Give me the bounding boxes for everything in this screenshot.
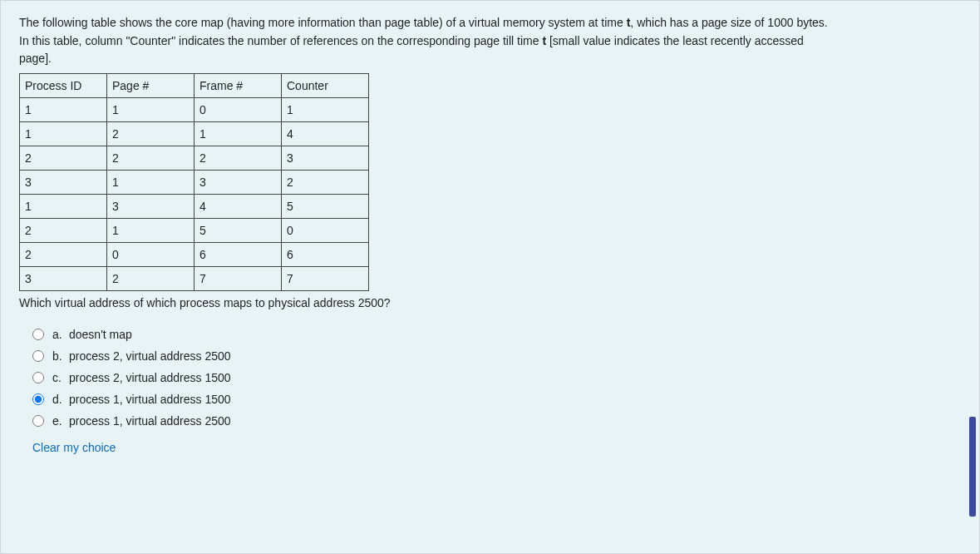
cell: 0 xyxy=(195,98,282,122)
cell: 2 xyxy=(20,146,107,171)
clear-choice-link[interactable]: Clear my choice xyxy=(32,441,116,454)
col-header: Counter xyxy=(282,74,369,98)
intro-text: page]. xyxy=(19,52,52,65)
cell: 1 xyxy=(20,122,107,146)
option-letter: d. xyxy=(52,393,69,406)
answer-options: a. doesn't map b. process 2, virtual add… xyxy=(32,328,961,428)
intro-text: [small value indicates the least recentl… xyxy=(546,34,804,47)
question-text: Which virtual address of which process m… xyxy=(19,296,961,309)
option-letter: c. xyxy=(52,371,69,384)
cell: 2 xyxy=(282,171,369,195)
option-a[interactable]: a. doesn't map xyxy=(32,328,961,341)
table-row: 2 1 5 0 xyxy=(20,219,369,243)
cell: 7 xyxy=(282,267,369,291)
cell: 2 xyxy=(107,146,195,171)
cell: 6 xyxy=(282,243,369,267)
cell: 3 xyxy=(20,171,107,195)
option-text: process 2, virtual address 2500 xyxy=(69,349,231,363)
cell: 1 xyxy=(20,98,107,122)
option-e[interactable]: e. process 1, virtual address 2500 xyxy=(32,414,961,428)
core-map-table: Process ID Page # Frame # Counter 1 1 0 … xyxy=(19,73,369,291)
cell: 1 xyxy=(107,219,195,243)
intro-text: , which has a page size of 1000 bytes. xyxy=(630,16,827,29)
radio-a[interactable] xyxy=(32,329,44,340)
table-row: 3 1 3 2 xyxy=(20,171,369,195)
radio-b[interactable] xyxy=(32,350,44,362)
cell: 5 xyxy=(195,219,282,243)
cell: 1 xyxy=(282,98,369,122)
intro-text: In this table, column "Counter" indicate… xyxy=(19,34,542,47)
radio-d[interactable] xyxy=(32,393,44,405)
table-row: 3 2 7 7 xyxy=(20,267,369,291)
table-row: 2 2 2 3 xyxy=(20,146,369,171)
option-letter: a. xyxy=(52,328,69,341)
cell: 3 xyxy=(195,171,282,195)
intro-text: The following table shows the core map (… xyxy=(19,16,627,29)
option-text: doesn't map xyxy=(69,328,132,341)
radio-e[interactable] xyxy=(32,415,44,427)
option-text: process 2, virtual address 1500 xyxy=(69,371,231,384)
cell: 1 xyxy=(195,122,282,146)
option-c[interactable]: c. process 2, virtual address 1500 xyxy=(32,371,961,384)
cell: 2 xyxy=(195,146,282,171)
option-b[interactable]: b. process 2, virtual address 2500 xyxy=(32,349,961,363)
cell: 3 xyxy=(20,267,107,291)
cell: 0 xyxy=(282,219,369,243)
table-row: 1 3 4 5 xyxy=(20,195,369,219)
cell: 6 xyxy=(195,243,282,267)
option-text: process 1, virtual address 2500 xyxy=(69,414,231,428)
option-text: process 1, virtual address 1500 xyxy=(69,393,231,406)
table-row: 2 0 6 6 xyxy=(20,243,369,267)
option-letter: b. xyxy=(52,349,69,363)
table-row: 1 1 0 1 xyxy=(20,98,369,122)
col-header: Page # xyxy=(107,74,195,98)
col-header: Process ID xyxy=(20,74,107,98)
question-panel: The following table shows the core map (… xyxy=(0,0,980,554)
cell: 1 xyxy=(107,98,195,122)
col-header: Frame # xyxy=(195,74,282,98)
radio-c[interactable] xyxy=(32,372,44,383)
cell: 3 xyxy=(107,195,195,219)
cell: 5 xyxy=(282,195,369,219)
table-row: 1 2 1 4 xyxy=(20,122,369,146)
cell: 3 xyxy=(282,146,369,171)
table-header-row: Process ID Page # Frame # Counter xyxy=(20,74,369,98)
cell: 2 xyxy=(107,267,195,291)
cell: 1 xyxy=(107,171,195,195)
cell: 4 xyxy=(195,195,282,219)
cell: 2 xyxy=(20,219,107,243)
option-letter: e. xyxy=(52,414,69,428)
cell: 2 xyxy=(107,122,195,146)
cell: 4 xyxy=(282,122,369,146)
cell: 7 xyxy=(195,267,282,291)
cell: 0 xyxy=(107,243,195,267)
cell: 2 xyxy=(20,243,107,267)
question-intro: The following table shows the core map (… xyxy=(19,14,961,68)
option-d[interactable]: d. process 1, virtual address 1500 xyxy=(32,393,961,406)
cell: 1 xyxy=(20,195,107,219)
scrollbar-thumb[interactable] xyxy=(969,417,976,517)
